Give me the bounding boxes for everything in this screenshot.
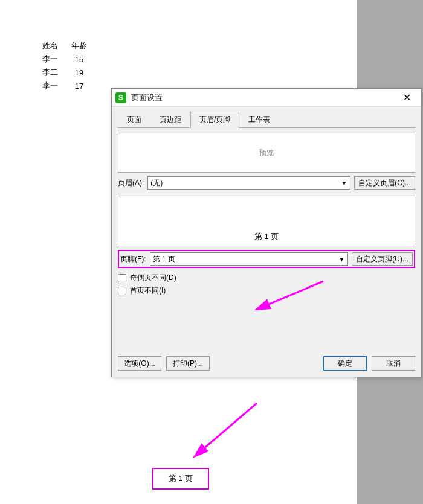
tab-3[interactable]: 工作表: [239, 112, 279, 128]
checkbox-label: 首页不同(I): [130, 285, 166, 296]
cell: 李一: [36, 80, 64, 92]
page-number-text: 第 1 页: [169, 473, 193, 484]
checkbox-input[interactable]: [118, 287, 126, 295]
custom-header-button[interactable]: 自定义页眉(C)...: [354, 176, 415, 190]
footer-row-highlight: 页脚(F): 第 1 页 ▼ 自定义页脚(U)...: [118, 250, 415, 268]
checkbox-group: 奇偶页不同(D) 首页不同(I): [118, 273, 415, 296]
chevron-down-icon: ▼: [337, 254, 346, 264]
footer-combo-value: 第 1 页: [153, 254, 175, 264]
cancel-button[interactable]: 取消: [372, 356, 415, 371]
print-button[interactable]: 打印(P)...: [166, 356, 210, 371]
cell: 李二: [36, 67, 64, 79]
close-icon: ✕: [403, 92, 411, 103]
checkbox-input[interactable]: [118, 274, 126, 282]
options-button[interactable]: 选项(O)...: [118, 356, 161, 371]
close-button[interactable]: ✕: [395, 89, 419, 107]
custom-footer-button[interactable]: 自定义页脚(U)...: [352, 252, 413, 266]
column-header: 姓名: [36, 40, 64, 53]
header-preview-box: 预览: [118, 133, 415, 173]
footer-row: 页脚(F): 第 1 页 ▼ 自定义页脚(U)...: [120, 252, 413, 266]
checkbox-label: 奇偶页不同(D): [130, 273, 176, 283]
column-header: 年龄: [65, 40, 93, 53]
first-page-different-checkbox[interactable]: 首页不同(I): [118, 285, 415, 296]
cell: 15: [65, 54, 93, 66]
tab-strip: 页面页边距页眉/页脚工作表: [118, 112, 415, 128]
header-label: 页眉(A):: [118, 178, 144, 188]
spacer: [215, 356, 318, 371]
cell: 17: [65, 80, 93, 92]
footer-preview-text: 第 1 页: [254, 231, 279, 242]
header-combo-value: (无): [150, 178, 163, 188]
dialog-button-bar: 选项(O)... 打印(P)... 确定 取消: [118, 356, 415, 371]
page-setup-dialog: S 页面设置 ✕ 页面页边距页眉/页脚工作表 预览 页眉(A): (无) ▼ 自…: [111, 88, 422, 377]
tab-1[interactable]: 页边距: [150, 112, 190, 128]
tab-2[interactable]: 页眉/页脚: [190, 112, 239, 128]
tab-0[interactable]: 页面: [118, 112, 150, 128]
footer-preview-box: 第 1 页: [118, 196, 415, 246]
spreadsheet-data: 姓名年龄李一15李二19李一17: [35, 39, 94, 94]
app-icon: S: [115, 92, 126, 103]
dialog-title: 页面设置: [131, 92, 395, 103]
cell: 19: [65, 67, 93, 79]
preview-label: 预览: [259, 148, 274, 158]
header-row: 页眉(A): (无) ▼ 自定义页眉(C)...: [118, 176, 415, 190]
odd-even-different-checkbox[interactable]: 奇偶页不同(D): [118, 273, 415, 283]
footer-combo[interactable]: 第 1 页 ▼: [150, 252, 349, 266]
dialog-body: 页面页边距页眉/页脚工作表 预览 页眉(A): (无) ▼ 自定义页眉(C)..…: [112, 107, 421, 377]
footer-label: 页脚(F):: [120, 254, 146, 264]
dialog-titlebar: S 页面设置 ✕: [112, 89, 421, 107]
chevron-down-icon: ▼: [339, 178, 349, 188]
ok-button[interactable]: 确定: [323, 356, 367, 371]
page-number-annotation: 第 1 页: [152, 468, 209, 490]
header-combo[interactable]: (无) ▼: [147, 176, 350, 190]
cell: 李一: [36, 54, 64, 66]
